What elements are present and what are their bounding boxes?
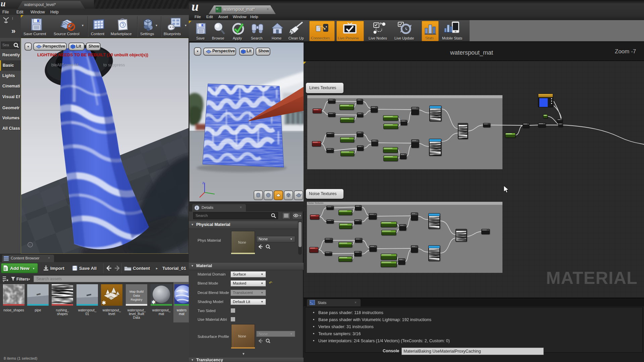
svg-text:bleAllScreenM: bleAllScreenM [51, 63, 78, 67]
svg-text:i: i [30, 243, 30, 247]
svg-text:LIGHTING NEEDS TO BE REBUILT (: LIGHTING NEEDS TO BE REBUILT (10 unbuilt… [37, 53, 148, 57]
svg-text:z: z [202, 181, 204, 185]
svg-text:i: i [196, 206, 197, 210]
svg-text:to suppress: to suppress [103, 63, 125, 67]
